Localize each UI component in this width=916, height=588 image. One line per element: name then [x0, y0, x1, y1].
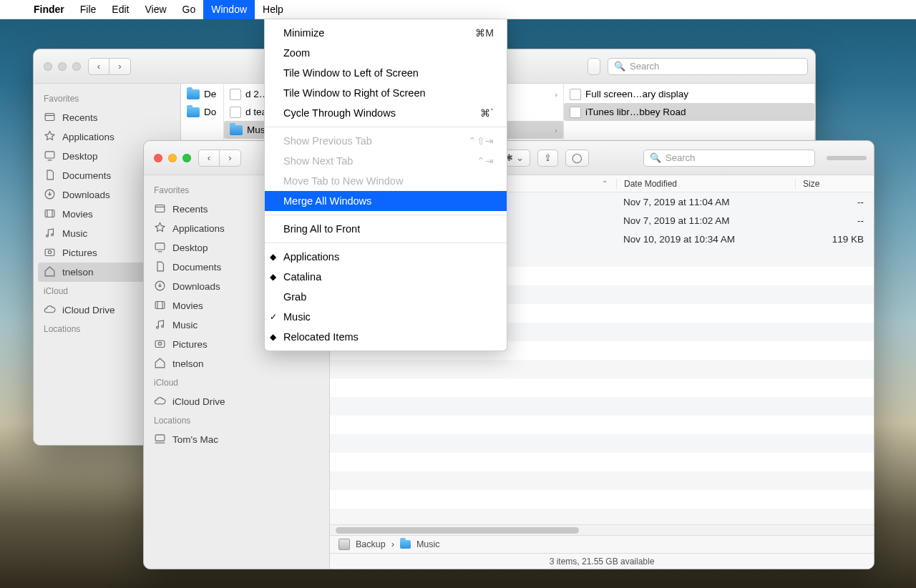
search-field[interactable]: 🔍 Search: [608, 58, 808, 75]
svg-point-4: [47, 235, 49, 237]
window-menu-dropdown: Minimize⌘M Zoom Tile Window to Left of S…: [264, 19, 507, 351]
svg-rect-9: [155, 242, 165, 249]
applications-icon: [154, 222, 166, 236]
menu-item-tile-right[interactable]: Tile Window to Right of Screen: [265, 83, 507, 103]
menu-window-relocated[interactable]: ◆Relocated Items: [265, 327, 507, 347]
menu-item-show-next-tab: Show Next Tab⌃⇥: [265, 151, 507, 171]
menu-item-merge-all-windows[interactable]: Merge All Windows: [265, 191, 507, 211]
status-bar: 3 items, 21.55 GB available: [330, 553, 874, 569]
menu-window-catalina[interactable]: ◆Catalina: [265, 267, 507, 287]
minimize-button[interactable]: [58, 62, 67, 71]
home-icon: [154, 357, 166, 371]
home-icon: [44, 265, 56, 280]
file-icon: [570, 89, 581, 100]
forward-button[interactable]: ›: [109, 58, 131, 75]
documents-icon: [154, 260, 166, 275]
music-icon: [154, 318, 166, 333]
music-icon: [44, 227, 56, 241]
menu-go[interactable]: Go: [175, 0, 204, 19]
file-icon: [230, 89, 241, 100]
menu-item-bring-all-front[interactable]: Bring All to Front: [265, 219, 507, 239]
sidebar-head-icloud: iCloud: [144, 373, 329, 392]
column-item[interactable]: Do: [181, 103, 223, 121]
desktop-icon: [44, 150, 56, 164]
menu-item-zoom[interactable]: Zoom: [265, 43, 507, 63]
svg-rect-3: [45, 210, 54, 217]
pictures-icon: [154, 338, 166, 352]
menu-edit[interactable]: Edit: [104, 0, 137, 19]
search-field[interactable]: 🔍 Search: [643, 150, 815, 167]
share-button[interactable]: ⇪: [537, 150, 558, 167]
forward-button[interactable]: ›: [220, 150, 241, 167]
tag-icon: ◯: [572, 152, 583, 163]
menu-help[interactable]: Help: [255, 0, 291, 19]
column-header-modified[interactable]: Date Modified: [616, 179, 795, 189]
applications-icon: [44, 130, 56, 144]
tags-button[interactable]: ◯: [565, 150, 589, 167]
search-placeholder: Search: [630, 61, 659, 72]
minimize-button[interactable]: [168, 154, 177, 162]
cloud-icon: [44, 303, 56, 318]
path-sep: ›: [391, 539, 394, 549]
path-bar[interactable]: Backup › Music: [330, 535, 874, 553]
column-item[interactable]: iTunes libr…bbey Road: [564, 103, 814, 121]
menu-window-applications[interactable]: ◆Applications: [265, 247, 507, 267]
menu-window[interactable]: Window: [203, 0, 255, 19]
folder-icon: [400, 540, 411, 549]
downloads-icon: [44, 188, 56, 202]
path-segment[interactable]: Music: [416, 539, 440, 549]
nav-buttons: ‹ ›: [198, 150, 241, 167]
menu-file[interactable]: File: [72, 0, 104, 19]
sort-caret-icon: ⌃: [602, 180, 616, 187]
menu-item-minimize[interactable]: Minimize⌘M: [265, 23, 507, 43]
toolbar-overflow: [827, 156, 867, 160]
app-menu[interactable]: Finder: [26, 0, 72, 19]
movies-icon: [154, 299, 166, 313]
menu-separator: [265, 242, 507, 243]
menu-window-music[interactable]: ✓Music: [265, 307, 507, 327]
svg-rect-11: [155, 301, 165, 308]
recents-icon: [44, 111, 56, 125]
share-icon: ⇪: [544, 152, 552, 163]
svg-rect-16: [155, 434, 165, 441]
menu-item-tile-left[interactable]: Tile Window to Left of Screen: [265, 63, 507, 83]
sidebar-item-recents[interactable]: Recents: [34, 108, 180, 127]
svg-rect-6: [45, 249, 54, 255]
back-button[interactable]: ‹: [198, 150, 220, 167]
titlebar[interactable]: ‹ › ✱⌄ ⇪ ◯ 🔍 Search: [144, 141, 874, 175]
zoom-button[interactable]: [182, 154, 191, 162]
sidebar-item-icloud-drive[interactable]: iCloud Drive: [144, 392, 329, 411]
close-button[interactable]: [44, 62, 52, 71]
svg-rect-8: [155, 205, 165, 212]
menu-window-grab[interactable]: Grab: [265, 287, 507, 307]
menubar: Finder File Edit View Go Window Help: [0, 0, 916, 19]
documents-icon: [44, 169, 56, 183]
close-button[interactable]: [154, 154, 162, 162]
action-button[interactable]: [588, 58, 600, 75]
svg-rect-14: [155, 340, 165, 347]
scrollbar-thumb[interactable]: [336, 527, 579, 534]
back-button[interactable]: ‹: [88, 58, 109, 75]
menu-item-cycle-windows[interactable]: Cycle Through Windows⌘`: [265, 103, 507, 123]
sidebar-item-toms-mac[interactable]: Tom's Mac: [144, 430, 329, 449]
file-icon: [230, 107, 241, 118]
column-item[interactable]: De: [181, 85, 223, 103]
menu-separator: [265, 127, 507, 127]
zoom-button[interactable]: [72, 62, 81, 71]
folder-icon: [187, 107, 200, 117]
sidebar-item-tnelson[interactable]: tnelson: [144, 354, 329, 373]
svg-rect-1: [45, 151, 54, 157]
folder-icon: [187, 89, 200, 99]
pictures-icon: [44, 246, 56, 260]
cloud-icon: [154, 395, 166, 409]
drive-icon: [338, 539, 350, 550]
column-header-size[interactable]: Size: [795, 179, 874, 189]
menu-view[interactable]: View: [137, 0, 174, 19]
chevron-right-icon: ›: [550, 90, 557, 99]
horizontal-scrollbar[interactable]: [330, 524, 874, 535]
path-segment[interactable]: Backup: [356, 539, 386, 549]
recents-icon: [154, 202, 166, 217]
finder-window-front[interactable]: ‹ › ✱⌄ ⇪ ◯ 🔍 Search Favorites Recents Ap…: [143, 140, 874, 569]
search-icon: 🔍: [614, 61, 625, 72]
column-item[interactable]: Full screen…ary display: [564, 85, 814, 103]
